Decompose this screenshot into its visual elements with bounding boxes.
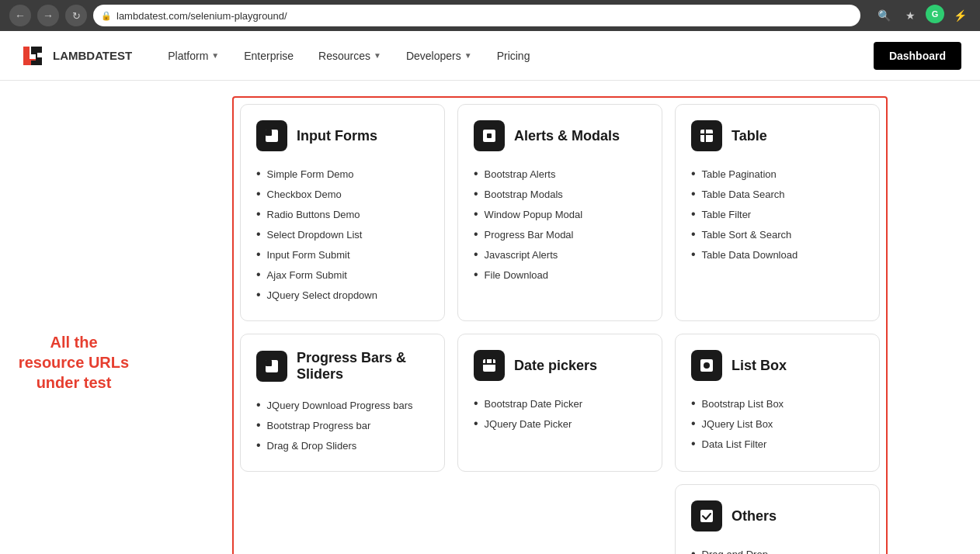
date-pickers-list: Bootstrap Date Picker JQuery Date Picker <box>474 393 646 434</box>
empty-cell-2 <box>457 484 662 554</box>
table-header: Table <box>691 120 864 151</box>
bookmark-icon[interactable]: ★ <box>899 5 921 26</box>
logo-text: LAMBDATEST <box>53 49 132 62</box>
list-item[interactable]: Drag and Drop <box>691 544 864 554</box>
svg-rect-4 <box>487 133 492 138</box>
alerts-modals-card: Alerts & Modals Bootstrap Alerts Bootstr… <box>457 104 662 321</box>
nav-resources[interactable]: Resources ▼ <box>308 43 392 68</box>
list-item[interactable]: JQuery List Box <box>691 414 864 434</box>
list-item[interactable]: Bootstrap Progress bar <box>256 415 429 435</box>
table-title: Table <box>732 128 767 144</box>
resources-chevron: ▼ <box>374 51 381 60</box>
svg-rect-7 <box>266 360 272 366</box>
forward-button[interactable]: → <box>37 5 59 26</box>
lock-icon: 🔒 <box>101 11 112 21</box>
nav-enterprise[interactable]: Enterprise <box>233 43 304 68</box>
nav-developers[interactable]: Developers ▼ <box>395 43 483 68</box>
list-item[interactable]: Progress Bar Modal <box>474 224 646 244</box>
list-item[interactable]: JQuery Date Picker <box>474 414 646 434</box>
svg-rect-5 <box>700 130 713 142</box>
list-box-icon <box>691 350 722 381</box>
list-item[interactable]: Table Sort & Search <box>691 224 864 244</box>
annotation-text: All the resource URLs under test <box>16 332 132 393</box>
list-item[interactable]: Table Data Download <box>691 244 864 265</box>
svg-rect-2 <box>266 130 272 136</box>
input-forms-card: Input Forms Simple Form Demo Checkbox De… <box>240 104 445 321</box>
list-item[interactable]: Simple Form Demo <box>256 164 429 184</box>
svg-point-10 <box>704 362 710 369</box>
input-forms-header: Input Forms <box>256 120 429 151</box>
input-forms-list: Simple Form Demo Checkbox Demo Radio But… <box>256 164 429 305</box>
platform-chevron: ▼ <box>211 51 219 60</box>
list-item[interactable]: Window Popup Modal <box>474 204 646 224</box>
list-item[interactable]: Bootstrap Alerts <box>474 164 646 184</box>
address-bar[interactable]: 🔒 lambdatest.com/selenium-playground/ <box>93 5 860 26</box>
progress-bars-header: Progress Bars & Sliders <box>256 350 429 383</box>
progress-bars-card: Progress Bars & Sliders JQuery Download … <box>240 334 445 472</box>
list-item[interactable]: Drag & Drop Sliders <box>256 435 429 455</box>
table-icon <box>691 120 722 151</box>
main-content: All the resource URLs under test Input F… <box>0 81 980 554</box>
table-card: Table Table Pagination Table Data Search… <box>675 104 880 321</box>
progress-bars-icon <box>256 351 287 382</box>
list-item[interactable]: Checkbox Demo <box>256 184 429 204</box>
list-item[interactable]: Ajax Form Submit <box>256 265 429 285</box>
input-forms-icon <box>256 120 287 151</box>
logo[interactable]: LAMBDATEST <box>19 42 132 70</box>
list-item[interactable]: Table Filter <box>691 204 864 224</box>
alerts-modals-header: Alerts & Modals <box>474 120 646 151</box>
list-item[interactable]: Radio Buttons Demo <box>256 204 429 224</box>
alerts-modals-list: Bootstrap Alerts Bootstrap Modals Window… <box>474 164 646 285</box>
list-box-title: List Box <box>732 358 787 374</box>
alerts-modals-title: Alerts & Modals <box>514 128 620 144</box>
date-pickers-card: Date pickers Bootstrap Date Picker JQuer… <box>457 334 662 472</box>
list-item[interactable]: Input Form Submit <box>256 244 429 265</box>
list-item[interactable]: Table Data Search <box>691 184 864 204</box>
developers-chevron: ▼ <box>464 51 472 60</box>
table-list: Table Pagination Table Data Search Table… <box>691 164 864 265</box>
dashboard-button[interactable]: Dashboard <box>874 42 961 70</box>
input-forms-title: Input Forms <box>297 128 377 144</box>
date-pickers-title: Date pickers <box>514 358 597 374</box>
list-box-list: Bootstrap List Box JQuery List Box Data … <box>691 393 864 454</box>
others-list: Drag and Drop Dynamic Data Loading Hover… <box>691 544 864 554</box>
date-pickers-header: Date pickers <box>474 350 646 381</box>
browser-actions: 🔍 ★ G ⚡ <box>873 5 971 26</box>
nav-platform[interactable]: Platform ▼ <box>157 43 230 68</box>
list-box-header: List Box <box>691 350 864 381</box>
others-title: Others <box>732 508 777 525</box>
alerts-modals-icon <box>474 120 505 151</box>
profile-avatar[interactable]: G <box>926 5 944 23</box>
svg-rect-0 <box>19 42 47 70</box>
nav-items: Platform ▼ Enterprise Resources ▼ Develo… <box>157 43 874 68</box>
list-item[interactable]: JQuery Download Progress bars <box>256 395 429 415</box>
list-item[interactable]: Bootstrap Modals <box>474 184 646 204</box>
others-header: Others <box>691 500 864 531</box>
back-button[interactable]: ← <box>9 5 31 26</box>
url-text: lambdatest.com/selenium-playground/ <box>116 10 287 22</box>
list-item[interactable]: Javascript Alerts <box>474 244 646 265</box>
browser-chrome: ← → ↻ 🔒 lambdatest.com/selenium-playgrou… <box>0 0 980 31</box>
list-item[interactable]: Table Pagination <box>691 164 864 184</box>
zoom-icon[interactable]: 🔍 <box>873 5 895 26</box>
list-item[interactable]: Bootstrap Date Picker <box>474 393 646 414</box>
list-box-card: List Box Bootstrap List Box JQuery List … <box>675 334 880 472</box>
reload-button[interactable]: ↻ <box>65 5 87 26</box>
nav-pricing[interactable]: Pricing <box>486 43 541 68</box>
extension-icon[interactable]: ⚡ <box>949 5 971 26</box>
empty-cell-1 <box>240 484 445 554</box>
date-pickers-icon <box>474 350 505 381</box>
navbar: LAMBDATEST Platform ▼ Enterprise Resourc… <box>0 31 980 81</box>
list-item[interactable]: Data List Filter <box>691 434 864 454</box>
logo-icon <box>19 42 47 70</box>
cards-container: Input Forms Simple Form Demo Checkbox De… <box>232 96 888 554</box>
svg-rect-8 <box>483 359 495 372</box>
others-icon <box>691 500 722 531</box>
list-item[interactable]: Bootstrap List Box <box>691 393 864 414</box>
others-card: Others Drag and Drop Dynamic Data Loadin… <box>675 484 880 554</box>
list-item[interactable]: File Download <box>474 265 646 285</box>
progress-bars-list: JQuery Download Progress bars Bootstrap … <box>256 395 429 455</box>
progress-bars-title: Progress Bars & Sliders <box>297 350 429 383</box>
list-item[interactable]: JQuery Select dropdown <box>256 285 429 305</box>
list-item[interactable]: Select Dropdown List <box>256 224 429 244</box>
